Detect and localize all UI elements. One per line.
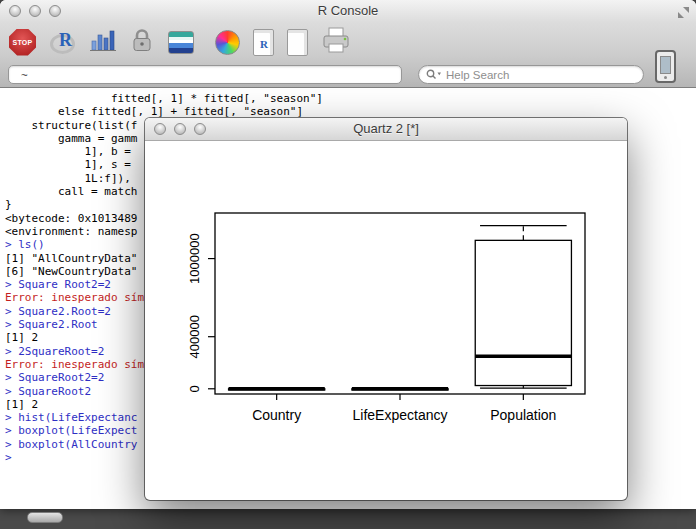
console-line: else fitted[, 1] + fitted[, "season"] bbox=[5, 105, 696, 118]
titlebar[interactable]: R Console bbox=[0, 0, 696, 22]
device-button[interactable] bbox=[655, 50, 676, 83]
search-placeholder: Help Search bbox=[446, 69, 509, 81]
barplot-icon bbox=[90, 27, 116, 53]
quartz-minimize-button[interactable] bbox=[174, 123, 186, 135]
boxplot-svg: 04000001000000CountryLifeExpectancyPopul… bbox=[145, 141, 627, 501]
search-icon bbox=[426, 69, 442, 80]
printer-icon bbox=[321, 27, 351, 54]
r-document-button[interactable]: R bbox=[253, 29, 274, 56]
svg-text:400000: 400000 bbox=[188, 315, 203, 358]
zoom-button[interactable] bbox=[49, 5, 61, 17]
r-source-button[interactable]: R bbox=[49, 28, 77, 56]
desktop: R Console STOP R bbox=[0, 0, 696, 529]
svg-text:Country: Country bbox=[252, 407, 301, 423]
lock-icon bbox=[129, 27, 155, 53]
quartz-traffic-lights bbox=[154, 123, 206, 135]
r-document-icon: R bbox=[260, 38, 268, 50]
help-search-field[interactable]: Help Search bbox=[418, 65, 644, 84]
quartz-close-button[interactable] bbox=[154, 123, 166, 135]
barplot-button[interactable] bbox=[90, 27, 116, 57]
svg-text:Population: Population bbox=[490, 407, 556, 423]
console-line: fitted[, 1] * fitted[, "season"] bbox=[5, 92, 696, 105]
working-directory-value: ~ bbox=[21, 69, 28, 81]
traffic-lights bbox=[9, 5, 61, 17]
r-logo-icon: R bbox=[59, 30, 72, 51]
color-wheel-icon[interactable] bbox=[215, 30, 240, 55]
background-scrollbar bbox=[27, 512, 63, 523]
close-button[interactable] bbox=[9, 5, 21, 17]
lock-button[interactable] bbox=[129, 27, 155, 57]
quartz-window: Quartz 2 [*] 04000001000000CountryLifeEx… bbox=[145, 118, 627, 500]
stop-button[interactable]: STOP bbox=[9, 29, 36, 56]
workspace-stripes-icon[interactable] bbox=[168, 31, 194, 54]
stop-label: STOP bbox=[12, 39, 32, 46]
quartz-window-title: Quartz 2 [*] bbox=[145, 118, 627, 140]
svg-text:LifeExpectancy: LifeExpectancy bbox=[353, 407, 448, 423]
svg-text:1000000: 1000000 bbox=[188, 233, 203, 284]
window-header: R Console STOP R bbox=[0, 0, 696, 88]
toolbar: STOP R bbox=[0, 23, 696, 61]
minimize-button[interactable] bbox=[29, 5, 41, 17]
quartz-titlebar[interactable]: Quartz 2 [*] bbox=[145, 118, 627, 141]
device-screen-icon bbox=[660, 56, 671, 74]
quartz-zoom-button[interactable] bbox=[194, 123, 206, 135]
new-document-button[interactable] bbox=[287, 29, 308, 56]
working-directory-field[interactable]: ~ bbox=[8, 65, 402, 84]
print-button[interactable] bbox=[321, 27, 351, 58]
fullscreen-icon[interactable] bbox=[677, 5, 690, 18]
svg-text:0: 0 bbox=[188, 385, 203, 392]
window-title: R Console bbox=[0, 0, 696, 22]
